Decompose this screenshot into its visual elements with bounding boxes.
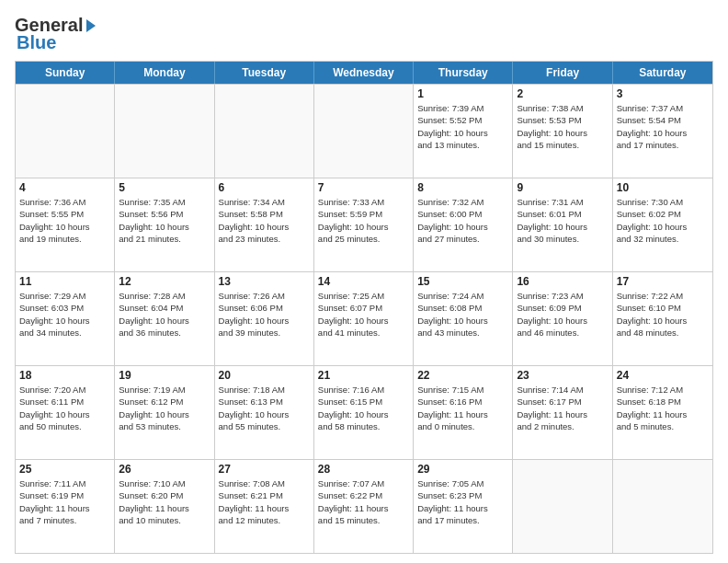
calendar-header-sunday: Sunday: [16, 62, 115, 84]
calendar-header-saturday: Saturday: [613, 62, 712, 84]
day-info: Sunrise: 7:33 AM Sunset: 5:59 PM Dayligh…: [318, 196, 409, 245]
header: General Blue: [15, 15, 713, 53]
day-info: Sunrise: 7:10 AM Sunset: 6:20 PM Dayligh…: [119, 477, 210, 526]
day-number: 26: [119, 463, 210, 476]
day-number: 27: [219, 463, 310, 476]
day-info: Sunrise: 7:38 AM Sunset: 5:53 PM Dayligh…: [517, 102, 608, 151]
calendar-cell: 10Sunrise: 7:30 AM Sunset: 6:02 PM Dayli…: [613, 178, 712, 271]
day-info: Sunrise: 7:24 AM Sunset: 6:08 PM Dayligh…: [417, 290, 508, 339]
day-info: Sunrise: 7:35 AM Sunset: 5:56 PM Dayligh…: [119, 196, 210, 245]
calendar-cell: 29Sunrise: 7:05 AM Sunset: 6:23 PM Dayli…: [414, 460, 513, 553]
day-number: 24: [617, 369, 709, 382]
day-info: Sunrise: 7:30 AM Sunset: 6:02 PM Dayligh…: [617, 196, 709, 245]
calendar-cell: 19Sunrise: 7:19 AM Sunset: 6:12 PM Dayli…: [115, 366, 214, 459]
calendar-cell: 3Sunrise: 7:37 AM Sunset: 5:54 PM Daylig…: [613, 85, 712, 178]
calendar-cell: [314, 85, 414, 178]
day-number: 12: [119, 275, 210, 288]
day-number: 11: [19, 275, 110, 288]
calendar-cell: 17Sunrise: 7:22 AM Sunset: 6:10 PM Dayli…: [613, 272, 712, 365]
day-number: 25: [19, 463, 110, 476]
day-info: Sunrise: 7:23 AM Sunset: 6:09 PM Dayligh…: [517, 290, 608, 339]
day-number: 23: [517, 369, 608, 382]
calendar-cell: 20Sunrise: 7:18 AM Sunset: 6:13 PM Dayli…: [215, 366, 314, 459]
day-number: 22: [417, 369, 508, 382]
calendar-cell: [215, 85, 314, 178]
day-info: Sunrise: 7:20 AM Sunset: 6:11 PM Dayligh…: [19, 384, 110, 432]
calendar-cell: 25Sunrise: 7:11 AM Sunset: 6:19 PM Dayli…: [16, 460, 115, 553]
day-info: Sunrise: 7:26 AM Sunset: 6:06 PM Dayligh…: [219, 290, 310, 339]
logo: General Blue: [15, 15, 99, 53]
calendar-cell: 21Sunrise: 7:16 AM Sunset: 6:15 PM Dayli…: [314, 366, 414, 459]
calendar-cell: 4Sunrise: 7:36 AM Sunset: 5:55 PM Daylig…: [16, 178, 115, 271]
day-info: Sunrise: 7:18 AM Sunset: 6:13 PM Dayligh…: [219, 384, 310, 432]
calendar-row-3: 11Sunrise: 7:29 AM Sunset: 6:03 PM Dayli…: [16, 271, 712, 365]
day-info: Sunrise: 7:16 AM Sunset: 6:15 PM Dayligh…: [318, 384, 409, 432]
svg-marker-0: [86, 19, 96, 32]
day-number: 20: [219, 369, 310, 382]
day-number: 14: [318, 275, 409, 288]
calendar-cell: 1Sunrise: 7:39 AM Sunset: 5:52 PM Daylig…: [414, 85, 513, 178]
calendar-cell: 7Sunrise: 7:33 AM Sunset: 5:59 PM Daylig…: [314, 178, 414, 271]
day-info: Sunrise: 7:22 AM Sunset: 6:10 PM Dayligh…: [617, 290, 709, 339]
day-number: 9: [517, 181, 608, 194]
calendar-row-2: 4Sunrise: 7:36 AM Sunset: 5:55 PM Daylig…: [16, 178, 712, 271]
calendar-cell: 28Sunrise: 7:07 AM Sunset: 6:22 PM Dayli…: [314, 460, 414, 553]
day-info: Sunrise: 7:34 AM Sunset: 5:58 PM Dayligh…: [219, 196, 310, 245]
day-info: Sunrise: 7:14 AM Sunset: 6:17 PM Dayligh…: [517, 384, 608, 432]
day-info: Sunrise: 7:11 AM Sunset: 6:19 PM Dayligh…: [19, 477, 110, 526]
calendar-cell: 18Sunrise: 7:20 AM Sunset: 6:11 PM Dayli…: [16, 366, 115, 459]
calendar-header-tuesday: Tuesday: [215, 62, 314, 84]
calendar-row-1: 1Sunrise: 7:39 AM Sunset: 5:52 PM Daylig…: [16, 84, 712, 178]
calendar-cell: 27Sunrise: 7:08 AM Sunset: 6:21 PM Dayli…: [215, 460, 314, 553]
day-info: Sunrise: 7:29 AM Sunset: 6:03 PM Dayligh…: [19, 290, 110, 339]
calendar-cell: [513, 460, 612, 553]
calendar-cell: [115, 85, 214, 178]
calendar-row-5: 25Sunrise: 7:11 AM Sunset: 6:19 PM Dayli…: [16, 459, 712, 553]
calendar-cell: [613, 460, 712, 553]
day-number: 2: [517, 87, 608, 100]
day-number: 15: [417, 275, 508, 288]
day-info: Sunrise: 7:28 AM Sunset: 6:04 PM Dayligh…: [119, 290, 210, 339]
calendar-cell: [16, 85, 115, 178]
calendar-cell: 15Sunrise: 7:24 AM Sunset: 6:08 PM Dayli…: [414, 272, 513, 365]
day-info: Sunrise: 7:37 AM Sunset: 5:54 PM Dayligh…: [617, 102, 709, 151]
day-info: Sunrise: 7:07 AM Sunset: 6:22 PM Dayligh…: [318, 477, 409, 526]
calendar-cell: 2Sunrise: 7:38 AM Sunset: 5:53 PM Daylig…: [513, 85, 612, 178]
calendar-cell: 16Sunrise: 7:23 AM Sunset: 6:09 PM Dayli…: [513, 272, 612, 365]
calendar-row-4: 18Sunrise: 7:20 AM Sunset: 6:11 PM Dayli…: [16, 365, 712, 459]
calendar-cell: 12Sunrise: 7:28 AM Sunset: 6:04 PM Dayli…: [115, 272, 214, 365]
day-info: Sunrise: 7:31 AM Sunset: 6:01 PM Dayligh…: [517, 196, 608, 245]
day-info: Sunrise: 7:36 AM Sunset: 5:55 PM Dayligh…: [19, 196, 110, 245]
day-number: 10: [617, 181, 709, 194]
day-info: Sunrise: 7:25 AM Sunset: 6:07 PM Dayligh…: [318, 290, 409, 339]
calendar-header-thursday: Thursday: [414, 62, 513, 84]
day-number: 19: [119, 369, 210, 382]
day-number: 8: [417, 181, 508, 194]
day-number: 29: [417, 463, 508, 476]
day-info: Sunrise: 7:15 AM Sunset: 6:16 PM Dayligh…: [417, 384, 508, 432]
calendar-header-monday: Monday: [115, 62, 214, 84]
day-number: 7: [318, 181, 409, 194]
calendar-cell: 26Sunrise: 7:10 AM Sunset: 6:20 PM Dayli…: [115, 460, 214, 553]
calendar-cell: 23Sunrise: 7:14 AM Sunset: 6:17 PM Dayli…: [513, 366, 612, 459]
day-info: Sunrise: 7:19 AM Sunset: 6:12 PM Dayligh…: [119, 384, 210, 432]
calendar-cell: 13Sunrise: 7:26 AM Sunset: 6:06 PM Dayli…: [215, 272, 314, 365]
calendar-header-row: SundayMondayTuesdayWednesdayThursdayFrid…: [16, 62, 712, 84]
day-number: 28: [318, 463, 409, 476]
day-number: 6: [219, 181, 310, 194]
logo-arrow-icon: [83, 17, 99, 34]
calendar-cell: 6Sunrise: 7:34 AM Sunset: 5:58 PM Daylig…: [215, 178, 314, 271]
day-number: 3: [617, 87, 709, 100]
page: General Blue SundayMondayTuesdayWednesda…: [0, 0, 728, 563]
calendar-cell: 14Sunrise: 7:25 AM Sunset: 6:07 PM Dayli…: [314, 272, 414, 365]
calendar-cell: 22Sunrise: 7:15 AM Sunset: 6:16 PM Dayli…: [414, 366, 513, 459]
day-number: 5: [119, 181, 210, 194]
day-info: Sunrise: 7:39 AM Sunset: 5:52 PM Dayligh…: [417, 102, 508, 151]
day-info: Sunrise: 7:05 AM Sunset: 6:23 PM Dayligh…: [417, 477, 508, 526]
day-number: 4: [19, 181, 110, 194]
calendar-cell: 8Sunrise: 7:32 AM Sunset: 6:00 PM Daylig…: [414, 178, 513, 271]
calendar-cell: 5Sunrise: 7:35 AM Sunset: 5:56 PM Daylig…: [115, 178, 214, 271]
calendar: SundayMondayTuesdayWednesdayThursdayFrid…: [15, 61, 713, 554]
day-info: Sunrise: 7:12 AM Sunset: 6:18 PM Dayligh…: [617, 384, 709, 432]
day-info: Sunrise: 7:08 AM Sunset: 6:21 PM Dayligh…: [219, 477, 310, 526]
